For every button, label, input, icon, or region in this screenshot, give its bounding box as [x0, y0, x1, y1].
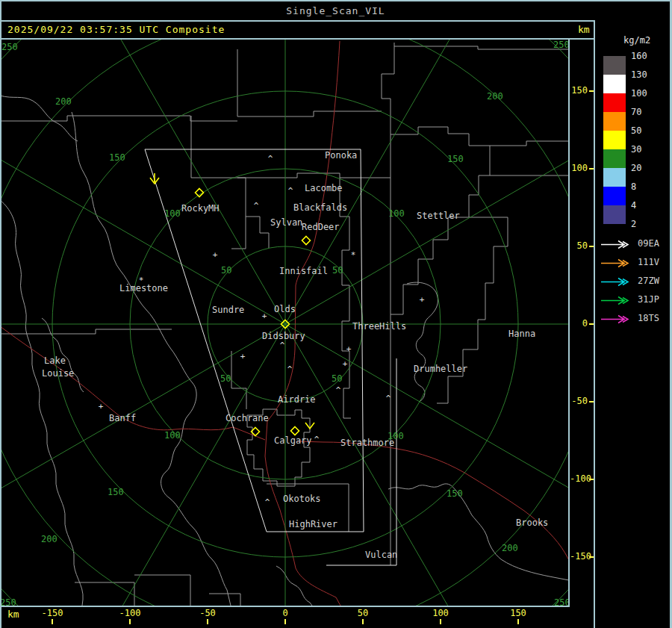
town-label: HighRiver [289, 519, 337, 529]
town-point-marker: * [139, 276, 144, 285]
town-point-marker: + [240, 352, 246, 361]
town-point-marker: + [262, 311, 267, 321]
bottom-axis-tick-label: 100 [423, 608, 458, 618]
station-legend-row: 111V [600, 257, 671, 267]
station-id-label: 31JP [638, 294, 659, 305]
station-arrow-icon [600, 296, 634, 305]
scale-color-block [603, 205, 626, 224]
town-point-marker: ^ [386, 394, 391, 403]
range-ring-label: 150 [447, 154, 464, 164]
town-point-marker: + [99, 402, 104, 411]
town-label: Sylvan [270, 217, 302, 228]
scale-value-label: 100 [631, 88, 656, 99]
station-arrow-shape [601, 316, 628, 323]
town-label: Lake [44, 355, 66, 366]
town-label: Louise [42, 368, 74, 379]
town-point-marker: + [420, 295, 425, 305]
town-label: Hanna [508, 329, 535, 339]
window-border-top [0, 0, 672, 1]
town-label: Cochrane [225, 413, 269, 423]
town-label: Lacombe [305, 183, 343, 193]
station-id-label: 09EA [638, 238, 659, 249]
range-ring-label: 50 [221, 265, 231, 276]
station-id-label: 18TS [638, 313, 659, 323]
town-label: Drumheller [414, 364, 467, 374]
range-ring-label: 100 [388, 208, 405, 219]
station-legend-row: 31JP [600, 294, 671, 305]
town-label: Blackfalds [293, 202, 347, 213]
scale-color-block [603, 56, 626, 75]
town-label: Sundre [212, 305, 244, 315]
bottom-axis-tick-label: 0 [267, 608, 303, 618]
town-label: Airdrie [278, 394, 316, 405]
town-point-marker: ^ [254, 201, 259, 211]
range-ring-label: 200 [487, 91, 503, 102]
station-arrow-icon [600, 277, 634, 287]
bottom-distance-axis: km -150-100-50050100150 [1, 607, 570, 628]
range-ring-label: 200 [55, 96, 72, 107]
town-point-marker: ^ [265, 497, 270, 507]
town-label: Calgary [274, 435, 312, 446]
bottom-axis-tick-label: -50 [190, 608, 225, 618]
right-axis-tick-label: -100 [570, 473, 588, 484]
scale-value-label: 130 [631, 69, 656, 80]
scale-color-block [603, 93, 626, 112]
scan-timestamp: 2025/09/22 03:57:35 UTC Composite [7, 24, 225, 35]
window-border-left [0, 0, 1, 628]
town-point-marker: + [213, 250, 218, 260]
scale-value-label: 8 [631, 181, 656, 192]
right-axis-tick-label: 50 [570, 240, 588, 251]
station-arrow-icon [600, 258, 634, 268]
title-bar: Single_Scan_VIL [1, 1, 670, 22]
station-arrow-shape [601, 241, 628, 249]
scale-color-block [603, 131, 626, 149]
town-label: ThreeHills [352, 321, 406, 332]
bottom-axis-tick [517, 619, 519, 624]
range-ring-label: 200 [41, 534, 57, 544]
town-label: Stettler [417, 211, 460, 221]
scale-unit-label: kg/m2 [623, 35, 650, 46]
range-ring-label: 100 [388, 431, 404, 441]
range-ring-label: 50 [332, 373, 342, 384]
station-arrow-shape [601, 297, 628, 305]
town-point-marker: * [351, 250, 356, 260]
right-axis-tick-label: -50 [570, 396, 588, 406]
town-label: Vulcan [365, 550, 397, 560]
town-point-marker: + [346, 344, 352, 354]
range-ring-label: 150 [109, 152, 125, 163]
bottom-axis-tick-label: 50 [345, 608, 381, 618]
map-text-overlay: PonokaLacombeBlackfaldsSylvanRedDeerStet… [1, 40, 570, 607]
bottom-axis-tick-label: -100 [112, 608, 148, 618]
range-ring-label: 50 [332, 265, 343, 276]
town-label: RockyMH [181, 203, 220, 214]
right-distance-axis: 150100500-50-100-150 [570, 40, 594, 606]
scale-value-label: 20 [631, 163, 656, 173]
right-axis-tick-label: 0 [570, 318, 588, 329]
right-axis-tick-label: -150 [570, 551, 588, 562]
right-axis-tick-label: 150 [570, 85, 588, 96]
bottom-axis-tick [362, 619, 364, 624]
scale-color-block [603, 168, 626, 187]
town-point-marker: + [343, 359, 348, 369]
right-axis-tick-label: 100 [570, 163, 588, 173]
range-ring-label: 250 [1, 42, 18, 52]
station-arrow-shape [601, 260, 628, 267]
station-id-label: 111V [638, 257, 659, 267]
scale-value-label: 4 [631, 200, 656, 211]
radar-map-viewport[interactable]: PonokaLacombeBlackfaldsSylvanRedDeerStet… [1, 40, 570, 607]
town-label: Banff [109, 413, 136, 423]
bottom-axis-unit-label: km [7, 609, 19, 620]
window-title: Single_Scan_VIL [286, 5, 385, 16]
info-row: 2025/09/22 03:57:35 UTC Composite km [1, 22, 594, 40]
range-ring-label: 200 [502, 543, 518, 553]
town-point-marker: ^ [336, 385, 341, 395]
scale-value-label: 160 [631, 51, 656, 61]
town-label: Olds [274, 304, 296, 314]
scale-color-block [603, 187, 626, 205]
station-legend-row: 09EA [600, 238, 671, 249]
scale-value-label: 50 [631, 125, 656, 136]
bottom-axis-tick [52, 619, 53, 624]
station-arrow-shape [601, 279, 628, 286]
scale-color-block [603, 149, 626, 168]
town-label: Strathmore [340, 438, 394, 448]
